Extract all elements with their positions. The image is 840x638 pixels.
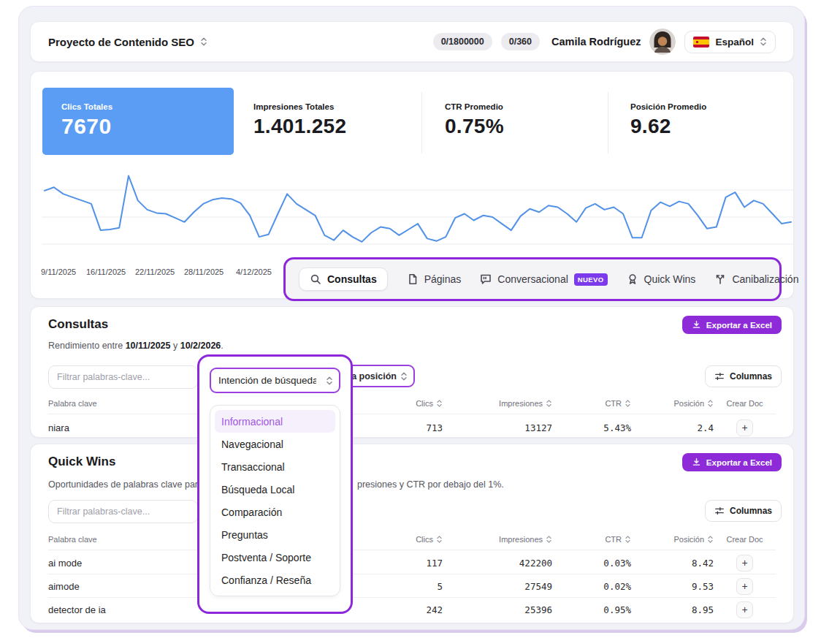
usage-badge-primary: 0/1800000 — [433, 33, 492, 50]
option-busqueda-local[interactable]: Búsqueda Local — [215, 478, 335, 501]
report-tabs: Consultas Páginas Conversacional NUEVO Q… — [283, 257, 782, 301]
keyword-filter-input[interactable] — [48, 500, 198, 523]
columns-button[interactable]: Columnas — [705, 365, 782, 387]
col-position[interactable]: Posición — [631, 399, 714, 408]
stat-value: 7670 — [61, 114, 215, 139]
user-name: Camila Rodríguez — [551, 36, 641, 48]
impressions-cell: 422200 — [443, 558, 552, 569]
section-title: Quick Wins — [48, 455, 115, 469]
ctr-cell: 5.43% — [552, 422, 631, 433]
tab-consultas[interactable]: Consultas — [299, 267, 388, 291]
date-from: 10/11/2025 — [126, 341, 171, 351]
clicks-line — [45, 176, 791, 242]
ctr-cell: 0.02% — [552, 581, 631, 592]
option-transaccional[interactable]: Transaccional — [215, 455, 335, 478]
table-header-row: Palabra clave Clics Impresiones CTR Posi… — [48, 399, 776, 408]
search-icon — [310, 273, 321, 285]
sort-icon — [436, 399, 443, 408]
chevron-updown-icon — [400, 371, 408, 381]
col-create-doc: Crear Doc — [714, 399, 776, 408]
sort-icon — [546, 399, 552, 408]
option-confianza-resena[interactable]: Confianza / Reseña — [215, 569, 335, 591]
option-navegacional[interactable]: Navegacional — [215, 433, 335, 455]
option-postventa-soporte[interactable]: Postventa / Soporte — [215, 546, 335, 569]
stat-label: CTR Promedio — [445, 102, 504, 111]
sliders-icon — [714, 371, 725, 381]
avatar-photo-icon — [649, 29, 676, 55]
quick-wins-section: Quick Wins Oportunidades de palabras cla… — [30, 444, 794, 623]
stat-value: 1.401.252 — [253, 115, 346, 138]
download-icon — [692, 457, 701, 467]
divider — [48, 574, 776, 574]
col-impressions[interactable]: Impresiones — [443, 535, 552, 544]
option-comparacion[interactable]: Comparación — [215, 501, 335, 523]
table-row: ai mode 117 422200 0.03% 8.42 + — [48, 552, 776, 574]
columns-button[interactable]: Columnas — [705, 500, 782, 522]
clicks-chart — [42, 164, 794, 259]
stat-label: Posición Promedio — [630, 102, 706, 111]
col-impressions[interactable]: Impresiones — [443, 399, 552, 408]
stat-total-clicks[interactable]: Clics Totales 7670 — [42, 88, 234, 155]
document-icon — [407, 273, 419, 285]
stat-label: Clics Totales — [61, 102, 215, 111]
language-selector[interactable]: Español — [684, 31, 776, 53]
ctr-cell: 0.95% — [552, 604, 631, 615]
position-cell: 2.4 — [631, 422, 714, 433]
create-doc-button[interactable]: + — [736, 555, 753, 571]
col-ctr[interactable]: CTR — [552, 535, 631, 544]
position-cell: 8.95 — [631, 604, 714, 615]
download-icon — [692, 320, 701, 330]
col-position[interactable]: Posición — [631, 535, 714, 544]
avatar[interactable] — [649, 29, 676, 55]
tab-paginas[interactable]: Páginas — [407, 273, 462, 285]
split-branch-icon — [714, 273, 726, 285]
divider — [421, 92, 422, 153]
impressions-cell: 13127 — [443, 422, 552, 433]
usage-badge-secondary: 0/360 — [501, 33, 540, 50]
position-cell: 8.42 — [631, 558, 714, 569]
dashboard-panel: Proyecto de Contenido SEO 0/1800000 0/36… — [18, 6, 805, 630]
stat-value: 0.75% — [445, 115, 504, 138]
create-doc-button[interactable]: + — [736, 601, 753, 618]
header-right-group: 0/1800000 0/360 Camila Rodríguez Español — [433, 29, 776, 55]
chevron-updown-icon — [200, 37, 207, 47]
table-row: detector de ia 242 25396 0.95% 8.95 + — [48, 599, 776, 620]
keyword-filter-input[interactable] — [48, 365, 198, 389]
export-excel-button[interactable]: Exportar a Excel — [682, 453, 782, 471]
intent-select-label: Intención de búsqueda — [218, 375, 316, 386]
create-doc-button[interactable]: + — [736, 419, 753, 436]
stat-total-impressions[interactable]: Impresiones Totales 1.401.252 — [253, 102, 346, 138]
intent-dropdown-annotation: Intención de búsqueda Informacional Nave… — [197, 354, 353, 614]
tab-conversacional[interactable]: Conversacional NUEVO — [480, 273, 607, 286]
nuevo-badge: NUEVO — [574, 273, 608, 286]
stat-avg-position[interactable]: Posición Promedio 9.62 — [630, 102, 706, 138]
section-subtitle-left: Oportunidades de palabras clave para — [48, 479, 203, 490]
divider — [48, 597, 776, 598]
table-row: niara 713 13127 5.43% 2.4 + — [48, 417, 776, 438]
project-selector-label: Proyecto de Contenido SEO — [48, 36, 194, 48]
date-to: 10/2/2026 — [180, 341, 221, 351]
sort-icon — [625, 399, 631, 408]
tab-quick-wins[interactable]: Quick Wins — [627, 273, 696, 285]
option-informacional[interactable]: Informacional — [215, 410, 335, 433]
export-excel-button[interactable]: Exportar a Excel — [682, 316, 782, 334]
chevron-updown-icon — [326, 376, 333, 386]
project-selector[interactable]: Proyecto de Contenido SEO — [48, 36, 207, 48]
section-title: Consultas — [48, 317, 108, 332]
tab-canibalizacion[interactable]: Canibalización — [714, 273, 798, 285]
sort-icon — [707, 535, 714, 544]
sort-icon — [546, 535, 552, 544]
language-label: Español — [715, 37, 754, 48]
divider — [608, 92, 608, 153]
chevron-updown-icon — [760, 37, 767, 47]
col-create-doc: Crear Doc — [714, 535, 776, 544]
option-preguntas[interactable]: Preguntas — [215, 523, 335, 546]
stat-avg-ctr[interactable]: CTR Promedio 0.75% — [445, 102, 504, 138]
intent-select[interactable]: Intención de búsqueda — [210, 368, 340, 393]
x-axis-tick: 9/11/2025 — [41, 267, 76, 276]
section-subtitle: Rendimiento entre 10/11/2025 y 10/2/2026… — [48, 341, 224, 351]
sort-icon — [707, 399, 714, 408]
create-doc-button[interactable]: + — [736, 578, 753, 595]
top-bar: Proyecto de Contenido SEO 0/1800000 0/36… — [30, 21, 794, 62]
col-ctr[interactable]: CTR — [552, 399, 631, 408]
